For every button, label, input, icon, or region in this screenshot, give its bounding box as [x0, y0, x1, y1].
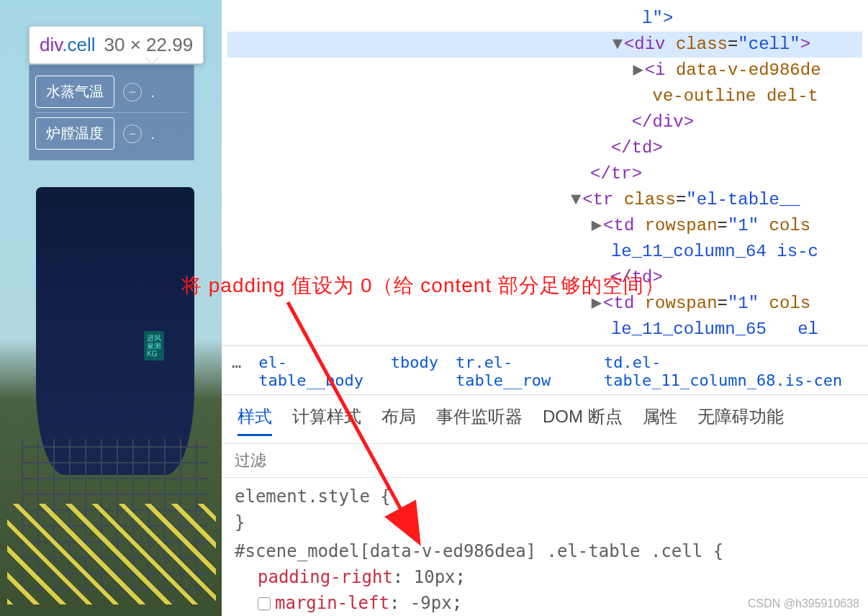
- annotation-text: 将 padding 值设为 0（给 content 部分足够的空间）: [181, 272, 665, 299]
- dom-line[interactable]: le_11_column_65 el: [227, 317, 862, 343]
- css-toggle-checkbox[interactable]: [258, 597, 271, 610]
- scene-badge: 进风量测KG: [144, 331, 164, 361]
- app-viewport: 进风量测KG 水蒸气温 − . 炉膛温度 − . div.cell 30 × 2…: [0, 0, 222, 616]
- breadcrumb-item[interactable]: tbody: [391, 353, 438, 387]
- element-inspect-tooltip: div.cell 30 × 22.99: [29, 26, 204, 64]
- css-value[interactable]: -9px: [410, 593, 452, 613]
- dom-line[interactable]: ▶<i data-v-ed986de: [227, 58, 862, 83]
- tab-layout[interactable]: 布局: [381, 405, 416, 436]
- tab-styles[interactable]: 样式: [238, 405, 272, 436]
- watermark-text: CSDN @h395910638: [748, 597, 859, 610]
- breadcrumb-ellipsis[interactable]: …: [232, 353, 241, 387]
- dom-line[interactable]: ▼<tr class="el-table__: [227, 187, 862, 213]
- tooltip-dimensions: 30 × 22.99: [104, 34, 194, 56]
- hud-dot-icon: .: [150, 124, 155, 143]
- chevron-right-icon: ▶: [632, 58, 645, 83]
- devtools-panel: l"> ▼<div class="cell"> ▶<i data-v-ed986…: [222, 0, 868, 616]
- hud-button-steam-temp[interactable]: 水蒸气温: [35, 76, 114, 108]
- css-prop-margin-left[interactable]: margin-left: [275, 593, 389, 613]
- breadcrumb-item[interactable]: el-table__body: [258, 353, 373, 387]
- scene-tower: [36, 187, 194, 475]
- chevron-right-icon: ▶: [590, 213, 603, 239]
- minus-circle-icon[interactable]: −: [123, 124, 142, 143]
- breadcrumb-item[interactable]: td.el-table_11_column_68.is-cen: [604, 353, 858, 387]
- styles-filter-row: [222, 443, 868, 477]
- chevron-down-icon: ▼: [569, 187, 582, 213]
- tooltip-tagname: div: [40, 34, 62, 55]
- scene-yellow-lines: [7, 504, 216, 604]
- tab-dom-breakpoints[interactable]: DOM 断点: [543, 405, 623, 436]
- style-rule-element[interactable]: element.style { }: [235, 484, 855, 535]
- css-value[interactable]: 10px: [414, 567, 456, 587]
- css-prop-padding-right[interactable]: padding-right: [258, 567, 393, 587]
- dom-line[interactable]: </tr>: [227, 161, 862, 187]
- dom-line[interactable]: ve-outline del-t: [227, 83, 862, 109]
- css-selector: element.style: [235, 486, 370, 507]
- hud-dot-icon: .: [150, 83, 155, 101]
- breadcrumb-item[interactable]: tr.el-table__row: [456, 353, 587, 387]
- styles-filter-input[interactable]: [235, 451, 855, 470]
- tab-computed[interactable]: 计算样式: [292, 405, 361, 436]
- styles-tabbar: 样式 计算样式 布局 事件监听器 DOM 断点 属性 无障碍功能: [222, 394, 868, 443]
- dom-line[interactable]: </div>: [227, 109, 862, 135]
- chevron-down-icon: ▼: [611, 32, 624, 58]
- hud-row-2: 炉膛温度 − .: [35, 113, 188, 154]
- hud-row-1: 水蒸气温 − .: [35, 71, 188, 113]
- chevron-right-icon: ▶: [590, 343, 603, 345]
- dom-line[interactable]: le_11_column_64 is-c: [227, 239, 862, 265]
- tab-properties[interactable]: 属性: [643, 405, 677, 436]
- dom-line-selected[interactable]: ▼<div class="cell">: [227, 32, 862, 58]
- dom-line[interactable]: ▶<td rowspan="1" cols: [227, 213, 862, 239]
- dom-line[interactable]: ▶<td rowspan="1" cols: [227, 343, 862, 345]
- hud-panel: 水蒸气温 − . 炉膛温度 − .: [29, 65, 194, 160]
- tab-accessibility[interactable]: 无障碍功能: [697, 405, 784, 436]
- dom-line[interactable]: l">: [227, 6, 862, 32]
- tooltip-classname: .cell: [62, 34, 95, 55]
- hud-button-furnace-temp[interactable]: 炉膛温度: [35, 117, 114, 150]
- tab-event-listeners[interactable]: 事件监听器: [436, 405, 523, 436]
- styles-rules-pane[interactable]: element.style { } #scene_model[data-v-ed…: [222, 477, 868, 616]
- dom-line[interactable]: </td>: [227, 135, 862, 161]
- dom-breadcrumb[interactable]: … el-table__body tbody tr.el-table__row …: [222, 345, 868, 394]
- minus-circle-icon[interactable]: −: [123, 83, 142, 101]
- css-selector: #scene_model[data-v-ed986dea] .el-table …: [235, 541, 702, 561]
